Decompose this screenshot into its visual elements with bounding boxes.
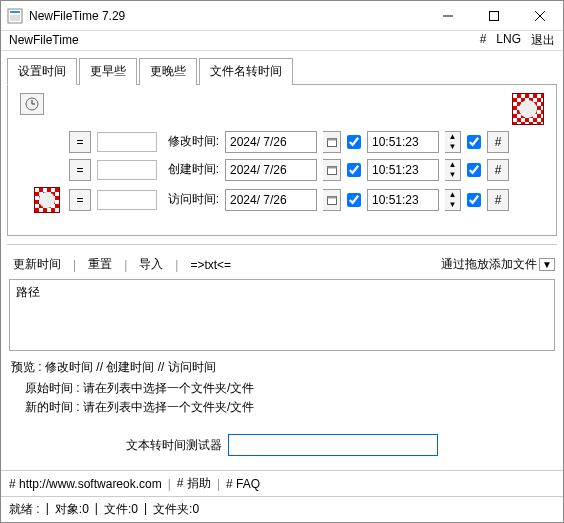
preview-area: 预览 : 修改时间 // 创建时间 // 访问时间 原始时间 : 请在列表中选择… — [1, 353, 563, 424]
sep: | — [69, 256, 80, 274]
exit-menu[interactable]: 退出 — [531, 32, 555, 49]
preview-header: 预览 : 修改时间 // 创建时间 // 访问时间 — [11, 359, 553, 376]
add-files-dropdown[interactable]: 通过拖放添加文件▼ — [441, 256, 555, 273]
preview-new: 新的时间 : 请在列表中选择一个文件夹/文件 — [11, 399, 553, 416]
app-icon — [7, 8, 23, 24]
time-spinner-access[interactable]: ▲▼ — [445, 189, 461, 211]
svg-rect-1 — [10, 11, 20, 13]
minimize-button[interactable] — [425, 1, 471, 31]
time-check-create[interactable] — [467, 163, 481, 177]
preview-original: 原始时间 : 请在列表中选择一个文件夹/文件 — [11, 380, 553, 397]
reset-button[interactable]: 重置 — [84, 254, 116, 275]
tab-earlier[interactable]: 更早些 — [79, 58, 137, 85]
tester-label: 文本转时间测试器 — [126, 437, 222, 454]
column-header-path[interactable]: 路径 — [16, 284, 548, 301]
time-input-access[interactable]: 10:51:23 — [367, 189, 439, 211]
date-input-modify[interactable]: 2024/ 7/26 — [225, 131, 317, 153]
row-access: = 访问时间: 2024/ 7/26 10:51:23 ▲▼ # — [14, 187, 550, 213]
calendar-icon-access[interactable] — [323, 189, 341, 211]
time-spinner-create[interactable]: ▲▼ — [445, 159, 461, 181]
now-button[interactable] — [20, 93, 44, 115]
time-input-modify[interactable]: 10:51:23 — [367, 131, 439, 153]
window-title: NewFileTime 7.29 — [29, 9, 425, 23]
tab-later[interactable]: 更晚些 — [139, 58, 197, 85]
equal-button-create[interactable]: = — [69, 159, 91, 181]
faq-link[interactable]: # FAQ — [226, 477, 260, 491]
date-picker-icon[interactable] — [512, 93, 544, 125]
sep: | — [171, 256, 182, 274]
enable-check-access[interactable] — [347, 193, 361, 207]
tester-input[interactable] — [228, 434, 438, 456]
maximize-button[interactable] — [471, 1, 517, 31]
equal-button-access[interactable]: = — [69, 189, 91, 211]
offset-field-access[interactable] — [97, 190, 157, 210]
svg-rect-2 — [10, 15, 20, 21]
row-modify: = 修改时间: 2024/ 7/26 10:51:23 ▲▼ # — [14, 131, 550, 153]
svg-rect-4 — [490, 11, 499, 20]
import-button[interactable]: 导入 — [135, 254, 167, 275]
offset-field-modify[interactable] — [97, 132, 157, 152]
offset-field-create[interactable] — [97, 160, 157, 180]
status-ready: 就绪 : — [9, 501, 40, 518]
label-access: 访问时间: — [163, 191, 219, 208]
hash-button-modify[interactable]: # — [487, 131, 509, 153]
calendar-icon-create[interactable] — [323, 159, 341, 181]
file-toolbar: 更新时间 | 重置 | 导入 | =>txt<= 通过拖放添加文件▼ — [1, 252, 563, 277]
status-objects: 对象:0 — [55, 501, 89, 518]
donate-link[interactable]: # 捐助 — [177, 475, 211, 492]
enable-check-create[interactable] — [347, 163, 361, 177]
svg-rect-11 — [327, 138, 336, 140]
sep: | — [120, 256, 131, 274]
label-modify: 修改时间: — [163, 133, 219, 150]
svg-rect-15 — [327, 196, 336, 198]
tab-filename-to-time[interactable]: 文件名转时间 — [199, 58, 293, 85]
date-input-create[interactable]: 2024/ 7/26 — [225, 159, 317, 181]
enable-check-modify[interactable] — [347, 135, 361, 149]
equal-button-modify[interactable]: = — [69, 131, 91, 153]
status-files: 文件:0 — [104, 501, 138, 518]
time-input-create[interactable]: 10:51:23 — [367, 159, 439, 181]
time-panel: = 修改时间: 2024/ 7/26 10:51:23 ▲▼ # = 创建时间:… — [7, 85, 557, 236]
divider — [7, 244, 557, 245]
tab-bar: 设置时间 更早些 更晚些 文件名转时间 — [7, 57, 557, 85]
add-files-label: 通过拖放添加文件 — [441, 257, 537, 271]
calendar-icon-modify[interactable] — [323, 131, 341, 153]
row-create: = 创建时间: 2024/ 7/26 10:51:23 ▲▼ # — [14, 159, 550, 181]
hash-button-create[interactable]: # — [487, 159, 509, 181]
text-to-time-tester: 文本转时间测试器 — [1, 434, 563, 456]
date-picker-icon-2[interactable] — [34, 187, 60, 213]
time-spinner-modify[interactable]: ▲▼ — [445, 131, 461, 153]
status-bar: 就绪 : | 对象:0 | 文件:0 | 文件夹:0 — [1, 496, 563, 522]
language-menu[interactable]: LNG — [496, 32, 521, 49]
app-menu[interactable]: NewFileTime — [9, 33, 468, 47]
file-list[interactable]: 路径 — [9, 279, 555, 351]
close-button[interactable] — [517, 1, 563, 31]
hash-menu[interactable]: # — [480, 32, 487, 49]
footer-links: # http://www.softwareok.com | # 捐助 | # F… — [1, 470, 563, 496]
date-input-access[interactable]: 2024/ 7/26 — [225, 189, 317, 211]
update-time-button[interactable]: 更新时间 — [9, 254, 65, 275]
time-check-modify[interactable] — [467, 135, 481, 149]
hash-button-access[interactable]: # — [487, 189, 509, 211]
tab-set-time[interactable]: 设置时间 — [7, 58, 77, 85]
homepage-link[interactable]: # http://www.softwareok.com — [9, 477, 162, 491]
label-create: 创建时间: — [163, 161, 219, 178]
chevron-down-icon: ▼ — [539, 258, 555, 271]
svg-rect-13 — [327, 166, 336, 168]
status-folders: 文件夹:0 — [153, 501, 199, 518]
time-check-access[interactable] — [467, 193, 481, 207]
export-txt-button[interactable]: =>txt<= — [186, 256, 235, 274]
